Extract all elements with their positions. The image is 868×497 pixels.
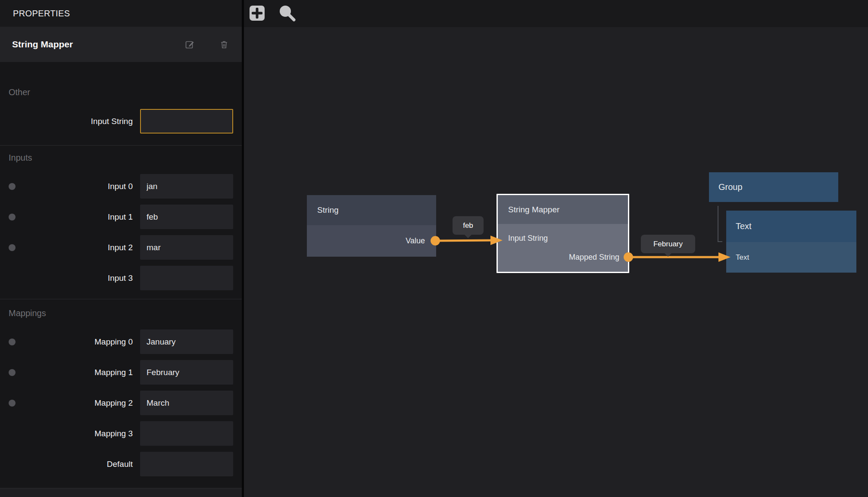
output-port-label: Mapped String [569,253,619,262]
value-field-box [140,235,233,260]
port-dot[interactable] [9,339,16,345]
node-title: String Mapper [508,205,559,214]
add-node-button[interactable] [250,6,265,21]
node-group-header[interactable]: Group [709,172,838,202]
wire-value-text: feb [463,221,473,230]
magnifier-icon [278,4,297,23]
input-port-label: Input String [508,234,548,243]
property-label: Mapping 1 [16,368,140,377]
section-inputs: Inputs Input 0 Input 1 Input 2 Input 3 [0,145,242,299]
node-string-body: Value [307,225,436,257]
selected-node-row: String Mapper [0,27,242,62]
property-label: Input String [9,117,140,126]
wire-value-tooltip: February [641,235,695,253]
port-dot[interactable] [9,244,16,251]
property-label: Input 1 [16,212,140,222]
node-string[interactable]: String Value [307,195,436,257]
properties-panel: PROPERTIES String Mapper Other Input Str… [0,0,242,497]
property-row-input-2: Input 2 [9,235,233,260]
property-row-mapping-1: Mapping 1 [9,360,233,385]
node-title: Group [718,182,743,192]
input-string-field-box [140,109,233,134]
default-field[interactable] [140,452,233,476]
output-port-label: Value [406,236,425,245]
section-other: Other Input String [0,86,242,134]
port-dot[interactable] [9,183,16,190]
sidebar-footer [0,488,242,497]
input-3-field[interactable] [140,266,233,290]
mapping-3-field[interactable] [140,421,233,446]
property-row-input-string: Input String [9,109,233,134]
node-text-header[interactable]: Text [726,211,856,242]
value-field-box [140,391,233,415]
value-field-box [140,174,233,199]
wire-value-to-input-string[interactable] [435,240,491,241]
node-string-mapper-header[interactable]: String Mapper [498,195,628,224]
node-title: Text [736,221,752,231]
mapping-2-field[interactable] [140,391,233,415]
node-string-mapper[interactable]: String Mapper Input String Mapped String [496,194,629,273]
group-child-connector [718,206,718,242]
node-string-mapper-body: Input String Mapped String [498,224,628,272]
property-label: Default [16,460,140,469]
value-field-box [140,329,233,354]
mapping-0-field[interactable] [140,329,233,354]
property-row-mapping-2: Mapping 2 [9,391,233,415]
section-title-other: Other [9,86,233,98]
panel-title: PROPERTIES [13,9,70,19]
property-label: Mapping 0 [16,337,140,347]
property-label: Mapping 3 [16,429,140,438]
plus-icon [252,8,262,19]
section-title-mappings: Mappings [9,307,233,319]
input-port-row: Input String [498,230,628,246]
input-port-label: Text [736,253,749,262]
node-title: String [317,205,339,215]
section-title-inputs: Inputs [9,152,233,164]
node-text-body: Text [726,242,856,273]
property-label: Mapping 2 [16,398,140,408]
property-label: Input 2 [16,243,140,252]
value-field-box [140,421,233,446]
port-dot[interactable] [9,400,16,407]
property-row-input-0: Input 0 [9,174,233,199]
value-field-box [140,452,233,476]
value-field-box [140,205,233,229]
value-field-box [140,360,233,385]
input-1-field[interactable] [140,205,233,229]
search-button[interactable] [278,4,297,23]
input-0-field[interactable] [140,174,233,199]
node-string-header[interactable]: String [307,195,436,225]
output-port-row: Mapped String [498,249,628,265]
wire-value-text: February [653,240,683,248]
port-dot[interactable] [9,369,16,376]
wire-value-tooltip: feb [453,216,484,235]
canvas-toolbar [244,0,868,27]
properties-header: PROPERTIES [0,0,242,27]
input-string-field[interactable] [141,110,232,133]
input-2-field[interactable] [140,235,233,260]
selected-node-name: String Mapper [12,39,184,50]
trash-icon[interactable] [219,39,230,50]
property-row-input-1: Input 1 [9,205,233,229]
node-text[interactable]: Text Text [726,211,856,273]
group-child-connector-elbow [718,241,722,242]
port-dot[interactable] [9,214,16,221]
property-row-mapping-3: Mapping 3 [9,421,233,446]
node-group[interactable]: Group [709,172,838,202]
value-field-box [140,266,233,290]
property-label: Input 3 [16,273,140,283]
node-canvas[interactable]: String Value String Mapper Input String … [244,0,868,497]
property-label: Input 0 [16,182,140,191]
property-row-mapping-0: Mapping 0 [9,329,233,354]
edit-icon[interactable] [184,39,195,50]
property-row-input-3: Input 3 [9,266,233,290]
mapping-1-field[interactable] [140,360,233,385]
section-mappings: Mappings Mapping 0 Mapping 1 Mapping 2 M… [0,299,242,486]
property-row-default: Default [9,452,233,476]
